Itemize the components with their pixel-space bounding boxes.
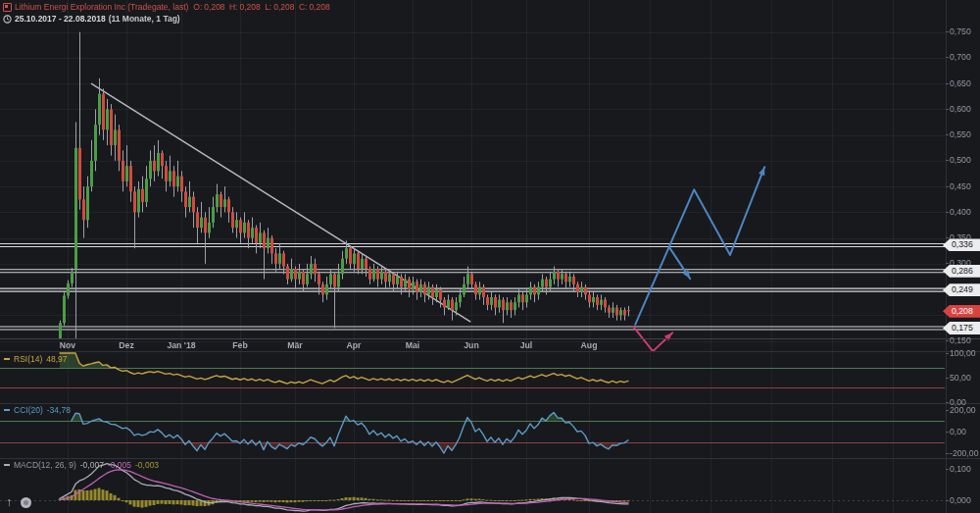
macd-hist-value: -0,003 [135,460,159,470]
macd-label: MACD(12, 26, 9) [14,460,76,470]
rsi-swatch-icon [4,358,10,360]
axis-tick-label: 200,00 [950,405,976,415]
rsi-legend[interactable]: RSI(14) 48,97 [4,354,68,364]
open-label: O: [193,2,202,12]
month-label: Jan '18 [167,340,195,350]
bottom-toolbar: ↑ [6,495,31,509]
macd-pane-splitter[interactable] [0,458,980,459]
month-label: Jun [464,340,478,350]
month-label: Mai [406,340,419,350]
macd-value: -0,007 [80,460,104,470]
cci-value: -34,78 [47,405,71,415]
low-value: 0,208 [273,2,294,12]
cci-swatch-icon [4,409,10,411]
ohlc-values: O:0,208 H:0,208 L:0,208 C:0,208 [191,2,329,13]
rsi-value: 48,97 [46,354,67,364]
cci-pane-splitter[interactable] [0,403,980,404]
month-label: Jul [520,340,533,350]
axis-tick-label: 0,700 [950,52,971,62]
axis-tick-label: -200,00 [950,448,978,458]
month-label: Dez [119,340,133,350]
open-value: 0,208 [204,2,224,12]
range-row: 25.10.2017 - 22.08.2018 (11 Monate, 1 Ta… [3,14,330,25]
axis-tick-label: 0,650 [950,78,971,88]
cci-legend[interactable]: CCI(20) -34,78 [4,405,71,415]
price-level-badge: 0,175 [943,322,980,334]
date-range: 25.10.2017 - 22.08.2018 [15,14,106,25]
axis-tick-label: 0,400 [950,207,971,217]
axis-tick-label: 0,600 [950,104,971,114]
month-label: Apr [347,340,362,350]
axis-tick-label: 0,000 [950,495,971,505]
axis-tick-label: 0,550 [950,129,971,139]
axis-tick-label: 0,450 [950,181,971,191]
macd-swatch-icon [4,464,10,466]
month-label: Nov [60,340,75,350]
instrument-icon [3,3,12,12]
close-label: C: [299,2,308,12]
chart-header: Lithium Energi Exploration Inc (Tradegat… [3,2,330,25]
axis-tick-label: 0,150 [950,335,971,345]
rsi-label: RSI(14) [14,354,42,364]
high-label: H: [229,2,238,12]
arrow-up-icon[interactable]: ↑ [6,495,12,509]
current-price-badge: 0,208 [943,305,980,318]
month-label: Mär [287,340,302,350]
cci-label: CCI(20) [14,405,43,415]
price-axis[interactable]: 0,7500,7000,6500,6000,5500,5000,4500,400… [946,0,980,513]
axis-tick-label: 100,00 [950,348,976,358]
price-level-badge: 0,286 [943,265,980,278]
close-value: 0,208 [309,2,329,12]
axis-tick-label: 0,00 [950,427,966,436]
macd-signal-value: -0,005 [108,460,131,470]
axis-tick-label: 0,100 [950,464,971,474]
high-value: 0,208 [239,2,260,12]
axis-tick-label: 0,500 [950,155,971,165]
record-circle-icon[interactable] [21,497,31,508]
price-level-badge: 0,336 [943,238,980,251]
symbol-title: Lithium Energi Exploration Inc (Tradegat… [15,2,188,13]
clock-icon [3,15,12,24]
symbol-row: Lithium Energi Exploration Inc (Tradegat… [3,2,330,13]
low-label: L: [265,2,271,12]
macd-legend[interactable]: MACD(12, 26, 9) -0,007 -0,005 -0,003 [4,460,159,470]
month-label: Feb [232,340,247,350]
month-label: Aug [581,340,598,350]
period-info: (11 Monate, 1 Tag) [109,14,180,25]
axis-tick-label: 0,750 [950,26,971,36]
price-chart-canvas[interactable] [0,0,980,513]
axis-tick-label: 50,00 [950,373,971,383]
price-level-badge: 0,249 [943,283,980,296]
time-axis[interactable]: NovDezJan '18FebMärAprMaiJunJulAug [0,338,946,352]
chart-window: Lithium Energi Exploration Inc (Tradegat… [0,0,980,513]
